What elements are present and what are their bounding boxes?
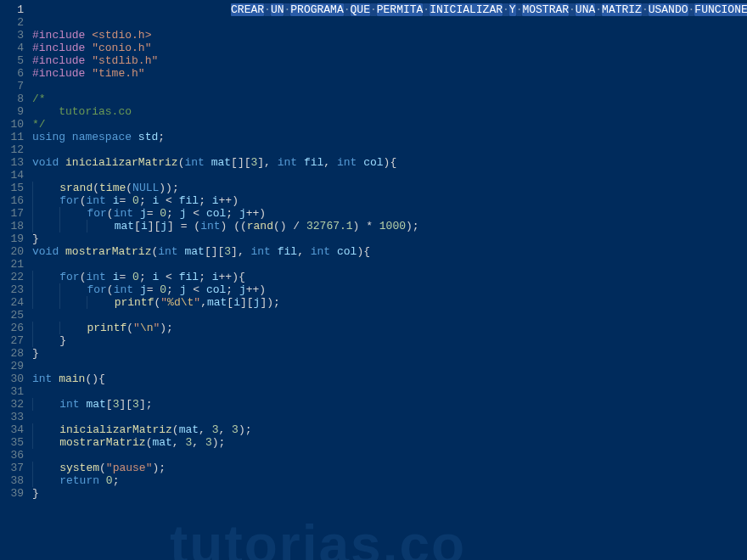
code-content[interactable]: #include <stdio.h> (32, 29, 747, 42)
code-content[interactable]: #include "stdlib.h" (32, 54, 747, 67)
code-line[interactable]: 11using namespace std; (0, 131, 747, 143)
code-content[interactable]: for(int i= 0; i < fil; i++) (32, 194, 747, 207)
selected-text[interactable]: USANDO (649, 3, 688, 16)
selected-text[interactable]: PERMITA (377, 3, 424, 16)
code-line[interactable]: 39} (0, 487, 747, 500)
code-line[interactable]: 15 srand(time(NULL)); (0, 182, 747, 194)
watermark-text: tutorias.co (170, 539, 466, 552)
code-token: i (233, 296, 240, 309)
code-line[interactable]: 17 for(int j= 0; j < col; j++) (0, 207, 747, 220)
code-line[interactable]: 4#include "conio.h" (0, 42, 747, 54)
selected-text[interactable]: PROGRAMA (290, 3, 343, 16)
selected-text[interactable]: MOSTRAR (522, 3, 569, 16)
code-line[interactable]: 8/* (0, 92, 747, 105)
code-content[interactable]: printf("%d\t",mat[i][j]); (32, 296, 747, 309)
code-line[interactable]: 14 (0, 169, 747, 182)
code-content[interactable]: mostrarMatriz(mat, 3, 3); (32, 436, 747, 449)
code-line[interactable]: 34 inicializarMatriz(mat, 3, 3); (0, 423, 747, 436)
code-content[interactable]: printf("\n"); (32, 322, 747, 334)
code-editor[interactable]: 1 CREAR·UN·PROGRAMA·QUE·PERMITA·INICIALI… (0, 3, 747, 500)
code-line[interactable]: 3#include <stdio.h> (0, 29, 747, 42)
code-line[interactable]: 33 (0, 411, 747, 423)
code-content[interactable]: srand(time(NULL)); (32, 182, 747, 194)
code-token: int (114, 283, 133, 296)
code-line[interactable]: 28} (0, 347, 747, 360)
code-line[interactable]: 16 for(int i= 0; i < fil; i++) (0, 194, 747, 207)
code-token: int (184, 156, 204, 169)
code-content[interactable]: } (32, 347, 747, 360)
selected-text[interactable]: CREAR (231, 3, 264, 16)
code-line[interactable]: 10*/ (0, 118, 747, 131)
code-content[interactable]: int main(){ (32, 372, 747, 385)
code-line[interactable]: 22 for(int i= 0; i < fil; i++){ (0, 271, 747, 283)
code-content[interactable]: } (32, 334, 747, 347)
code-line[interactable]: 1 CREAR·UN·PROGRAMA·QUE·PERMITA·INICIALI… (0, 3, 747, 16)
code-line[interactable]: 30int main(){ (0, 372, 747, 385)
code-line[interactable]: 36 (0, 449, 747, 462)
code-line[interactable]: 21 (0, 258, 747, 271)
code-token: j (160, 220, 167, 232)
code-line[interactable]: 25 (0, 309, 747, 322)
code-line[interactable]: 24 printf("%d\t",mat[i][j]); (0, 296, 747, 309)
code-content[interactable]: mat[i][j] = (int) ((rand() / 32767.1) * … (32, 220, 747, 232)
code-token: ++){ (219, 271, 245, 283)
code-token: j (180, 207, 187, 220)
code-content[interactable]: void mostrarMatriz(int mat[][3], int fil… (32, 245, 747, 258)
code-line[interactable]: 26 printf("\n"); (0, 322, 747, 334)
selected-text[interactable]: INICIALIZAR (430, 3, 503, 16)
line-number: 20 (0, 245, 32, 258)
code-line[interactable]: 35 mostrarMatriz(mat, 3, 3); (0, 436, 747, 449)
code-content[interactable]: for(int j= 0; j < col; j++) (32, 207, 747, 220)
code-line[interactable]: 32 int mat[3][3]; (0, 398, 747, 411)
code-token: namespace (72, 131, 132, 143)
code-line[interactable]: 7 (0, 80, 747, 92)
code-line[interactable]: 18 mat[i][j] = (int) ((rand() / 32767.1)… (0, 220, 747, 232)
selected-text[interactable]: Y (509, 3, 516, 16)
code-line[interactable]: 19} (0, 232, 747, 245)
selected-text[interactable]: MATRIZ (602, 3, 642, 16)
selected-text[interactable]: QUE (351, 3, 370, 16)
code-content[interactable]: using namespace std; (32, 131, 747, 143)
line-number: 13 (0, 156, 32, 169)
code-content[interactable]: /* (32, 92, 747, 105)
code-line[interactable]: 20void mostrarMatriz(int mat[][3], int f… (0, 245, 747, 258)
code-line[interactable]: 27 } (0, 334, 747, 347)
code-content[interactable]: } (32, 232, 747, 245)
code-content[interactable]: CREAR·UN·PROGRAMA·QUE·PERMITA·INICIALIZA… (32, 3, 747, 16)
selected-text[interactable]: UNA (576, 3, 595, 16)
code-token: 0 (160, 207, 166, 220)
code-content[interactable]: inicializarMatriz(mat, 3, 3); (32, 423, 747, 436)
code-line[interactable]: 37 system("pause"); (0, 462, 747, 474)
code-content[interactable]: #include "time.h" (32, 67, 747, 80)
code-content[interactable]: #include "conio.h" (32, 42, 747, 54)
code-content[interactable]: tutorias.co (32, 105, 747, 118)
code-content[interactable]: for(int j= 0; j < col; j++) (32, 283, 747, 296)
code-line[interactable]: 2 (0, 16, 747, 29)
code-content[interactable]: } (32, 487, 747, 500)
code-line[interactable]: 12 (0, 143, 747, 156)
code-line[interactable]: 31 (0, 385, 747, 398)
code-token: mat (184, 245, 204, 258)
code-content[interactable]: for(int i= 0; i < fil; i++){ (32, 271, 747, 283)
code-token: fil (179, 194, 199, 207)
code-token: , (192, 436, 205, 449)
code-content[interactable]: int mat[3][3]; (32, 398, 747, 411)
code-token: j (140, 283, 147, 296)
code-token: mat (152, 436, 171, 449)
code-line[interactable]: 5#include "stdlib.h" (0, 54, 747, 67)
code-line[interactable]: 38 return 0; (0, 474, 747, 487)
code-line[interactable]: 13void inicializarMatriz(int mat[][3], i… (0, 156, 747, 169)
code-line[interactable]: 23 for(int j= 0; j < col; j++) (0, 283, 747, 296)
code-content[interactable]: */ (32, 118, 747, 131)
code-content[interactable]: system("pause"); (32, 462, 747, 474)
code-line[interactable]: 9 tutorias.co (0, 105, 747, 118)
code-content[interactable]: void inicializarMatriz(int mat[][3], int… (32, 156, 747, 169)
selected-text[interactable]: UN (271, 3, 284, 16)
code-content[interactable]: return 0; (32, 474, 747, 487)
code-line[interactable]: 6#include "time.h" (0, 67, 747, 80)
code-line[interactable]: 29 (0, 360, 747, 372)
selected-text[interactable]: FUNCIONES (694, 3, 747, 16)
line-number: 6 (0, 67, 32, 80)
code-token: } (32, 487, 39, 500)
code-token: int (200, 220, 220, 232)
